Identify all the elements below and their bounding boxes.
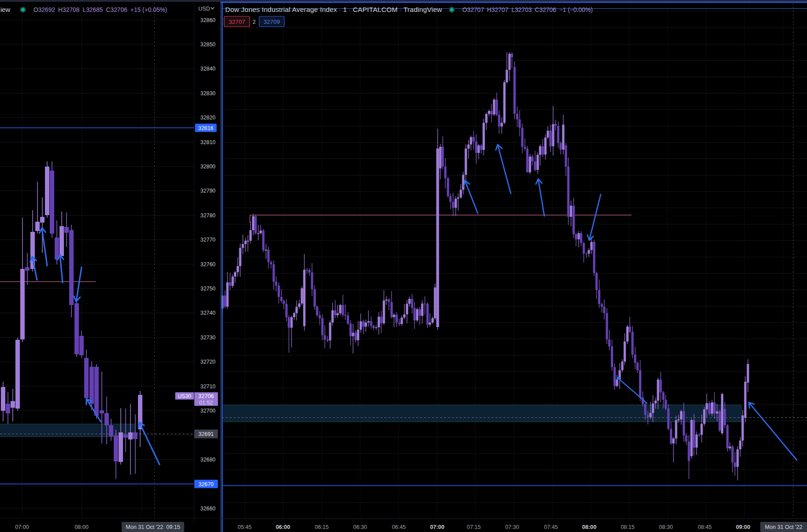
- svg-text:32750: 32750: [201, 286, 216, 292]
- svg-text:32740: 32740: [201, 310, 216, 316]
- svg-text:08:45: 08:45: [698, 524, 712, 530]
- svg-text:32860: 32860: [201, 17, 216, 23]
- svg-text:07:30: 07:30: [505, 524, 519, 530]
- svg-text:07:00: 07:00: [15, 524, 29, 530]
- svg-text:06:15: 06:15: [315, 524, 329, 530]
- svg-text:07:15: 07:15: [467, 524, 481, 530]
- svg-text:06:00: 06:00: [276, 524, 290, 530]
- svg-text:07:00: 07:00: [430, 524, 445, 530]
- svg-text:08:00: 08:00: [582, 524, 597, 530]
- svg-text:32760: 32760: [201, 261, 216, 268]
- svg-text:05:45: 05:45: [238, 524, 252, 530]
- svg-text:32706: 32706: [198, 393, 214, 399]
- svg-text:32707: 32707: [229, 19, 245, 25]
- svg-text:01:52: 01:52: [199, 400, 213, 406]
- svg-text:08:30: 08:30: [659, 524, 673, 530]
- svg-text:32730: 32730: [201, 335, 216, 341]
- svg-text:32680: 32680: [201, 457, 216, 463]
- svg-text:O32692H32708L32685C32706+15 (+: O32692H32708L32685C32706+15 (+0.05%): [33, 7, 167, 13]
- svg-text:32780: 32780: [201, 212, 216, 219]
- svg-text:06:45: 06:45: [392, 524, 406, 530]
- svg-text:32700: 32700: [201, 408, 216, 414]
- svg-text:32670: 32670: [198, 481, 214, 487]
- svg-text:32800: 32800: [201, 164, 216, 170]
- svg-text:06:30: 06:30: [353, 524, 367, 530]
- svg-text:32830: 32830: [201, 90, 216, 97]
- svg-text:iew: iew: [0, 6, 11, 13]
- svg-text:2: 2: [253, 19, 256, 25]
- svg-text:USD: USD: [198, 6, 210, 12]
- svg-text:32790: 32790: [201, 188, 216, 194]
- svg-text:US30: US30: [178, 393, 191, 399]
- svg-text:32840: 32840: [201, 66, 216, 72]
- svg-text:32770: 32770: [201, 237, 216, 243]
- svg-text:08:00: 08:00: [74, 524, 89, 530]
- svg-text:32691: 32691: [198, 431, 214, 437]
- svg-text:09:00: 09:00: [736, 524, 751, 530]
- svg-text:32850: 32850: [201, 41, 216, 48]
- svg-text:32820: 32820: [201, 115, 216, 121]
- svg-text:32660: 32660: [201, 506, 216, 512]
- svg-text:32810: 32810: [201, 139, 216, 145]
- svg-text:32816: 32816: [198, 125, 214, 131]
- svg-text:32710: 32710: [201, 383, 216, 390]
- svg-text:07:45: 07:45: [544, 524, 558, 530]
- svg-text:32709: 32709: [264, 19, 280, 25]
- svg-text:Mon 31 Oct '22: Mon 31 Oct '22: [765, 524, 802, 530]
- svg-text:08:15: 08:15: [621, 524, 635, 530]
- svg-text:Dow Jones Industrial Average I: Dow Jones Industrial Average Index·1·CAP…: [225, 6, 442, 13]
- svg-text:Mon 31 Oct '22 09:15: Mon 31 Oct '22 09:15: [126, 524, 180, 530]
- svg-text:O32707H32707L32703C32706−1 (−0: O32707H32707L32703C32706−1 (−0.00%): [462, 7, 593, 13]
- svg-text:32720: 32720: [201, 359, 216, 365]
